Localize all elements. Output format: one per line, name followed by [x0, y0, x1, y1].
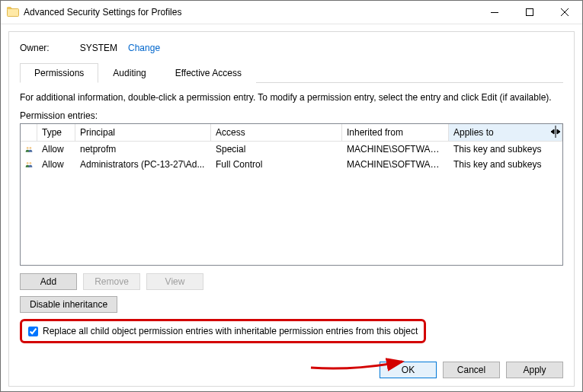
- col-inherited[interactable]: Inherited from: [342, 124, 449, 142]
- svg-rect-0: [8, 9, 19, 17]
- maximize-button[interactable]: [512, 1, 547, 24]
- cell-applies: This key and subkeys: [449, 143, 562, 155]
- col-access[interactable]: Access: [211, 124, 342, 142]
- table-row[interactable]: Allow Administrators (PC-13-27\Ad... Ful…: [21, 157, 562, 172]
- cell-inherited: MACHINE\SOFTWARE...: [342, 158, 449, 171]
- window-controls: [477, 1, 582, 24]
- change-owner-link[interactable]: Change: [128, 43, 160, 53]
- client-area: Owner: SYSTEM Change Permissions Auditin…: [8, 31, 575, 387]
- cell-applies: This key and subkeys: [449, 158, 562, 171]
- replace-children-label[interactable]: Replace all child object permission entr…: [43, 326, 418, 336]
- info-text: For additional information, double-click…: [20, 92, 563, 103]
- minimize-button[interactable]: [477, 1, 512, 24]
- owner-row: Owner: SYSTEM Change: [20, 43, 563, 53]
- cancel-button[interactable]: Cancel: [443, 362, 500, 378]
- folder-icon: [7, 6, 19, 18]
- cell-inherited: MACHINE\SOFTWARE...: [342, 143, 449, 155]
- ok-button[interactable]: OK: [380, 362, 437, 378]
- tab-strip: Permissions Auditing Effective Access: [20, 62, 563, 83]
- users-icon: [21, 159, 37, 170]
- svg-rect-1: [491, 12, 498, 13]
- svg-point-3: [27, 147, 29, 149]
- svg-point-5: [27, 162, 29, 164]
- table-header: Type Principal Access Inherited from App…: [21, 124, 562, 142]
- users-icon: [21, 144, 37, 155]
- permission-entries-table[interactable]: Type Principal Access Inherited from App…: [20, 123, 563, 266]
- cell-principal: netprofm: [75, 143, 211, 155]
- view-button[interactable]: View: [146, 273, 203, 290]
- apply-button[interactable]: Apply: [506, 362, 563, 378]
- cell-access: Special: [211, 143, 342, 155]
- add-button[interactable]: Add: [20, 273, 77, 290]
- dialog-footer: OK Cancel Apply: [20, 354, 563, 378]
- table-body: Allow netprofm Special MACHINE\SOFTWARE.…: [21, 142, 562, 172]
- disable-inheritance-button[interactable]: Disable inheritance: [20, 296, 117, 313]
- titlebar: Advanced Security Settings for Profiles: [1, 1, 582, 24]
- svg-point-6: [30, 162, 32, 164]
- col-icon[interactable]: [21, 124, 37, 142]
- cell-access: Full Control: [211, 158, 342, 171]
- table-row[interactable]: Allow netprofm Special MACHINE\SOFTWARE.…: [21, 142, 562, 157]
- svg-rect-2: [527, 9, 533, 16]
- tab-effective-access[interactable]: Effective Access: [161, 63, 256, 83]
- replace-children-callout: Replace all child object permission entr…: [20, 319, 426, 343]
- resize-cursor-icon: [551, 126, 560, 138]
- entry-buttons: Add Remove View: [20, 273, 563, 290]
- cell-principal: Administrators (PC-13-27\Ad...: [75, 158, 211, 171]
- col-principal[interactable]: Principal: [75, 124, 211, 142]
- window-title: Advanced Security Settings for Profiles: [24, 7, 477, 18]
- owner-value: SYSTEM: [80, 43, 117, 53]
- entries-label: Permission entries:: [20, 110, 563, 121]
- col-type[interactable]: Type: [37, 124, 75, 142]
- cell-type: Allow: [37, 143, 75, 155]
- svg-point-4: [30, 147, 32, 149]
- advanced-security-window: Advanced Security Settings for Profiles …: [0, 0, 583, 392]
- tab-permissions[interactable]: Permissions: [20, 63, 98, 83]
- replace-children-checkbox[interactable]: [28, 327, 38, 336]
- remove-button[interactable]: Remove: [83, 273, 140, 290]
- col-applies[interactable]: Applies to: [449, 124, 562, 142]
- tab-auditing[interactable]: Auditing: [98, 63, 160, 83]
- close-button[interactable]: [547, 1, 582, 24]
- owner-label: Owner:: [20, 43, 50, 53]
- cell-type: Allow: [37, 158, 75, 171]
